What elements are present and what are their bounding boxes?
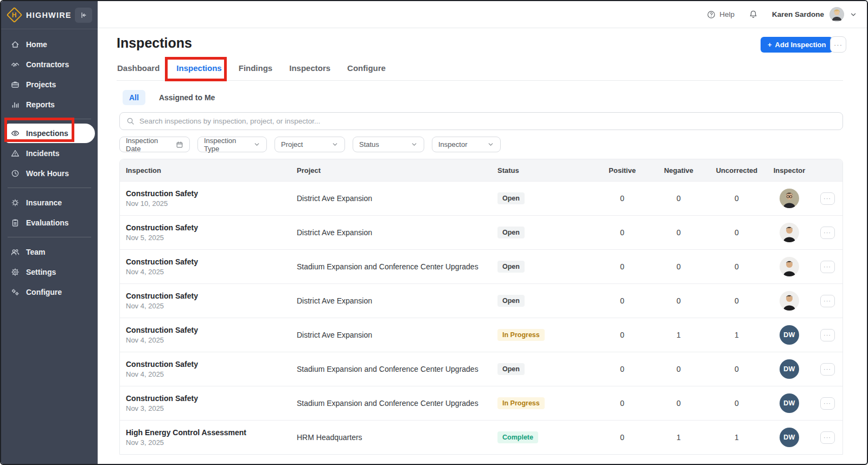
row-more-button[interactable]: ··· (820, 192, 835, 205)
table-header: Inspection Project Status Positive Negat… (120, 159, 843, 181)
filter-inspector[interactable]: Inspector (432, 137, 501, 152)
clipboard-icon (11, 218, 20, 227)
brand-name: HIGHWIRE (26, 11, 75, 20)
plus-icon: + (768, 41, 772, 49)
sidebar-item-evaluations[interactable]: Evaluations (1, 212, 98, 232)
table-row[interactable]: Construction SafetyNov 4, 2025 District … (120, 283, 843, 318)
sidebar-item-label: Projects (26, 80, 56, 89)
sidebar-item-inspections[interactable]: Inspections (5, 124, 95, 143)
tab-inspectors[interactable]: Inspectors (289, 59, 331, 80)
sidebar-item-team[interactable]: Team (1, 242, 98, 262)
sidebar-logo-row: H HIGHWIRE (1, 1, 98, 29)
row-more-button[interactable]: ··· (820, 295, 835, 307)
table-row[interactable]: Construction SafetyNov 5, 2025 District … (120, 215, 843, 249)
row-more-button[interactable]: ··· (820, 397, 835, 410)
filter-status[interactable]: Status (353, 137, 424, 152)
project-name: District Ave Expansion (297, 194, 497, 203)
segment-filter: All Assigned to Me (123, 90, 215, 105)
inspection-date: Nov 3, 2025 (126, 438, 297, 447)
tab-findings[interactable]: Findings (238, 59, 273, 80)
filter-label: Inspection Date (126, 137, 171, 153)
add-inspection-button[interactable]: + Add Inspection (761, 37, 833, 53)
table-row[interactable]: Construction SafetyNov 4, 2025 Stadium E… (120, 352, 843, 386)
uncorrected-count: 0 (707, 228, 767, 237)
sidebar-item-work-hours[interactable]: Work Hours (1, 163, 98, 183)
sidebar-item-contractors[interactable]: Contractors (1, 54, 98, 74)
filter-row: Inspection Date Inspection Type Project … (119, 137, 501, 152)
uncorrected-count: 0 (707, 399, 767, 408)
positive-count: 0 (594, 331, 650, 339)
page-title: Inspections (117, 35, 192, 51)
uncorrected-count: 0 (707, 262, 767, 271)
table-row[interactable]: Construction SafetyNov 4, 2025 District … (120, 318, 843, 352)
table-row[interactable]: High Energy Control AssessmentNov 3, 202… (120, 420, 843, 454)
notifications-bell-icon[interactable] (749, 10, 758, 19)
negative-count: 1 (650, 433, 707, 442)
sidebar-item-reports[interactable]: Reports (1, 94, 98, 114)
row-more-button[interactable]: ··· (820, 227, 835, 239)
filter-project[interactable]: Project (275, 137, 345, 152)
page-more-button[interactable]: ··· (830, 36, 846, 53)
search-icon (126, 117, 135, 125)
inspection-name: Construction Safety (126, 360, 297, 369)
table-row[interactable]: Construction SafetyNov 3, 2025 Stadium E… (120, 386, 843, 420)
status-badge: In Progress (497, 329, 545, 341)
column-header-negative: Negative (650, 166, 707, 175)
help-button[interactable]: Help (707, 10, 735, 19)
inspection-name: High Energy Control Assessment (126, 428, 297, 437)
help-label: Help (719, 10, 735, 18)
project-name: District Ave Expansion (297, 296, 497, 305)
user-menu[interactable]: Karen Sardone (772, 7, 857, 22)
eye-icon (11, 129, 20, 138)
chevron-down-icon (253, 141, 260, 148)
sidebar-item-label: Inspections (26, 129, 68, 138)
search-input[interactable] (139, 117, 836, 125)
filter-inspection-type[interactable]: Inspection Type (197, 137, 267, 152)
sidebar-item-incidents[interactable]: Incidents (1, 143, 98, 163)
filter-label: Inspector (438, 140, 467, 148)
sidebar-item-insurance[interactable]: Insurance (1, 192, 98, 212)
sidebar-item-label: Team (26, 248, 46, 256)
negative-count: 1 (650, 331, 707, 339)
segment-assigned-to-me[interactable]: Assigned to Me (159, 93, 215, 102)
table-row[interactable]: Construction SafetyNov 4, 2025 Stadium E… (120, 249, 843, 283)
clock-icon (11, 169, 20, 178)
sidebar-divider (8, 119, 91, 119)
filter-inspection-date[interactable]: Inspection Date (119, 137, 190, 152)
column-header-inspector: Inspector (767, 166, 812, 175)
inspector-avatar (780, 291, 799, 311)
segment-all[interactable]: All (123, 90, 145, 105)
tab-dashboard[interactable]: Dashboard (117, 59, 160, 80)
chevron-down-icon (487, 141, 494, 148)
row-more-button[interactable]: ··· (820, 261, 835, 273)
status-badge: Open (497, 261, 525, 273)
bar-chart-icon (11, 100, 20, 109)
sidebar: H HIGHWIRE Home Contractors Projects Rep… (1, 1, 98, 464)
column-header-positive: Positive (594, 166, 650, 175)
table-row[interactable]: Construction SafetyNov 10, 2025 District… (120, 181, 843, 215)
chevron-down-icon (411, 141, 418, 148)
row-more-button[interactable]: ··· (820, 363, 835, 376)
status-badge: Open (497, 363, 525, 375)
sidebar-divider (8, 237, 91, 237)
sidebar-item-projects[interactable]: Projects (1, 74, 98, 94)
column-header-status: Status (497, 166, 594, 175)
sidebar-collapse-button[interactable] (75, 8, 92, 23)
positive-count: 0 (594, 399, 650, 408)
column-header-project: Project (297, 166, 497, 175)
tab-configure[interactable]: Configure (347, 59, 386, 80)
inspector-avatar (780, 189, 799, 208)
sidebar-item-label: Contractors (26, 60, 69, 69)
tab-inspections[interactable]: Inspections (176, 59, 222, 80)
row-more-button[interactable]: ··· (820, 329, 835, 341)
row-more-button[interactable]: ··· (820, 431, 835, 444)
project-name: Stadium Expansion and Conference Center … (297, 399, 497, 408)
project-name: District Ave Expansion (297, 331, 497, 339)
sidebar-item-configure[interactable]: Configure (1, 282, 98, 302)
sidebar-nav: Home Contractors Projects Reports Inspec… (1, 29, 98, 302)
sidebar-item-settings[interactable]: Settings (1, 262, 98, 282)
sidebar-item-home[interactable]: Home (1, 34, 98, 54)
filter-label: Status (359, 140, 379, 148)
inspection-date: Nov 10, 2025 (126, 199, 297, 208)
insurance-badge-icon (11, 198, 20, 207)
